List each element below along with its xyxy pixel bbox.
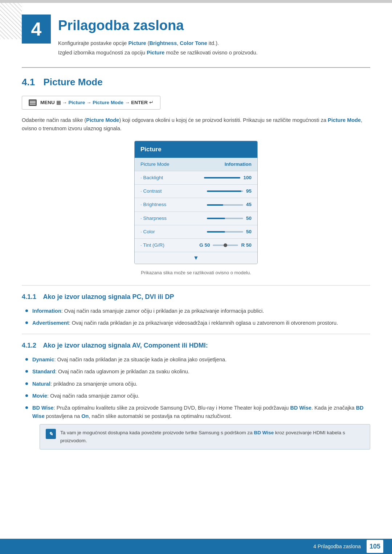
contrast-fill xyxy=(207,190,241,192)
picture-note: Prikazana slika može se razlikovati ovis… xyxy=(22,269,370,276)
bullet-dot xyxy=(25,358,28,361)
section-41: 4.1 Picture Mode MENU ▦ → Picture → Pict… xyxy=(0,68,392,276)
note-text: Ta vam je mogućnost dostupna kada poveže… xyxy=(60,429,364,444)
list-item: Advertisement: Ovaj način rada prikladan… xyxy=(25,319,370,327)
list-item: Information: Ovaj način rada smanjuje za… xyxy=(25,307,370,315)
backlight-fill xyxy=(204,177,240,178)
item-bold: Information xyxy=(32,308,61,314)
note-icon: ✎ xyxy=(46,429,56,439)
tint-r-value: R 50 xyxy=(241,242,252,249)
item-text: Movie: Ovaj način rada smanjuje zamor oč… xyxy=(32,392,139,400)
desc-mid: ) koji odgovara okolini u kojoj će se pr… xyxy=(119,117,328,123)
backlight-bar xyxy=(204,177,240,178)
sharpness-bar-container: 50 xyxy=(207,215,252,222)
menu-path-menu: MENU xyxy=(40,100,55,105)
sharpness-row[interactable]: · Sharpness 50 xyxy=(135,212,257,225)
item-bold: Standard xyxy=(32,369,55,374)
item-rest: : Ovaj način rada prikladan je za prikaz… xyxy=(69,320,338,326)
subsection-412-list: Dynamic: Ovaj način rada prikladan je za… xyxy=(22,356,370,449)
subsection-411-label: Ako je izvor ulaznog signala PC, DVI ili… xyxy=(43,293,174,300)
menu-path-item1: Picture xyxy=(69,100,85,105)
subtitle1-end: itd.). xyxy=(207,40,219,46)
contrast-bar-container: 95 xyxy=(207,188,252,195)
brightness-bar-container: 45 xyxy=(207,201,252,208)
bullet-dot xyxy=(25,382,28,385)
brightness-fill xyxy=(207,204,223,206)
list-item: BD Wise: Pruža optimalnu kvalitetu slike… xyxy=(25,404,370,450)
subsection-412-num: 4.1.2 xyxy=(22,342,36,349)
list-item: Dynamic: Ovaj način rada prikladan je za… xyxy=(25,356,370,364)
pm-value-contrast: 95 xyxy=(246,188,252,195)
bullet-dot xyxy=(25,394,28,397)
tint-track xyxy=(213,245,238,246)
subtitle1-bold: Picture xyxy=(128,40,146,46)
bullet-dot xyxy=(25,406,28,409)
footer-bar: 4 Prilagodba zaslona 105 xyxy=(0,539,392,554)
picture-menu-widget: Picture Picture Mode Information · Backl… xyxy=(134,141,258,264)
bullet-dot xyxy=(25,370,28,373)
pm-value-brightness: 45 xyxy=(246,201,252,208)
item-text: Dynamic: Ovaj način rada prikladan je za… xyxy=(32,356,226,364)
pm-label-color: · Color xyxy=(140,228,155,235)
picture-menu-header: Picture xyxy=(135,141,257,158)
desc-blue2: Picture Mode xyxy=(328,117,361,123)
subsection-412: 4.1.2 Ako je izvor ulaznog signala AV, C… xyxy=(0,334,392,449)
color-bar-container: 50 xyxy=(207,228,252,235)
subsection-412-title: 4.1.2 Ako je izvor ulaznog signala AV, C… xyxy=(22,341,370,350)
footer-text: 4 Prilagodba zaslona xyxy=(313,543,361,550)
note-bold1: BD Wise xyxy=(254,430,274,435)
header-diagonal-decoration xyxy=(0,3,22,39)
pm-label-sharpness: · Sharpness xyxy=(140,215,167,222)
item-bold: Dynamic xyxy=(32,357,54,362)
arrow3: → xyxy=(125,100,131,105)
picture-menu-container: Picture Picture Mode Information · Backl… xyxy=(22,141,370,264)
item-rest: : prikladno za smanjenje umora očiju. xyxy=(50,381,137,387)
item-rest2: . Kada je značajka xyxy=(311,405,356,411)
picture-mode-row[interactable]: Picture Mode Information xyxy=(135,158,257,171)
color-row[interactable]: · Color 50 xyxy=(135,225,257,239)
menu-path-text: MENU ▦ → Picture → Picture Mode → ENTER … xyxy=(40,99,154,106)
menu-path-box: MENU ▦ → Picture → Picture Mode → ENTER … xyxy=(22,96,160,110)
tint-bar xyxy=(213,245,238,246)
pm-label-mode: Picture Mode xyxy=(140,161,170,168)
subsection-411-title: 4.1.1 Ako je izvor ulaznog signala PC, D… xyxy=(22,292,370,302)
chapter-title-block: Prilagodba zaslona Konfigurirajte postav… xyxy=(58,13,258,58)
item-rest: : Ovaj način rada uglavnom je prikladan … xyxy=(55,369,189,374)
bullet-dot xyxy=(25,321,28,324)
note-box: ✎ Ta vam je mogućnost dostupna kada pove… xyxy=(40,424,370,449)
item-text: BD Wise: Pruža optimalnu kvalitetu slike… xyxy=(32,405,364,419)
arrow1: → xyxy=(62,100,68,105)
item-rest: : Ovaj način rada smanjuje zamor očiju i… xyxy=(61,308,264,314)
header-stripe xyxy=(0,0,392,3)
chapter-block: 4 Prilagodba zaslona Konfigurirajte post… xyxy=(0,3,392,58)
sharpness-fill xyxy=(207,218,225,219)
list-item: Natural: prikladno za smanjenje umora oč… xyxy=(25,380,370,388)
item-rest4: , način slike automatski se postavlja na… xyxy=(89,413,232,419)
note-text1: Ta vam je mogućnost dostupna kada poveže… xyxy=(60,430,254,435)
bullet-dot xyxy=(25,309,28,312)
subsection-411-list: Information: Ovaj način rada smanjuje za… xyxy=(22,307,370,327)
item-bold: BD Wise xyxy=(32,405,54,411)
item-rest: : Pruža optimalnu kvalitetu slike za pro… xyxy=(54,405,290,411)
section-41-num: 4.1 xyxy=(22,77,35,87)
item-text: Natural: prikladno za smanjenje umora oč… xyxy=(32,380,137,388)
subsection-412-label: Ako je izvor ulaznog signala AV, Compone… xyxy=(43,342,208,349)
subsection-411-num: 4.1.1 xyxy=(22,293,36,300)
pm-label-brightness: · Brightness xyxy=(140,201,166,208)
sub-divider-412 xyxy=(22,334,370,334)
item-bold: Natural xyxy=(32,381,50,387)
down-arrow: ▼ xyxy=(135,252,257,264)
menu-icon xyxy=(29,99,37,106)
subtitle2-blue: Picture xyxy=(147,50,164,56)
item-text: Information: Ovaj način rada smanjuje za… xyxy=(32,307,264,315)
pm-label-backlight: · Backlight xyxy=(140,174,163,181)
pm-value-mode: Information xyxy=(225,161,252,168)
item-text: Standard: Ovaj način rada uglavnom je pr… xyxy=(32,368,189,376)
brightness-row[interactable]: · Brightness 45 xyxy=(135,198,257,212)
contrast-row[interactable]: · Contrast 95 xyxy=(135,185,257,198)
tint-row[interactable]: · Tint (G/R) G 50 R 50 xyxy=(135,239,257,252)
pm-value-color: 50 xyxy=(246,228,252,235)
item-bold2: BD Wise xyxy=(290,405,311,411)
backlight-row[interactable]: · Backlight 100 xyxy=(135,171,257,185)
color-fill xyxy=(207,231,225,233)
